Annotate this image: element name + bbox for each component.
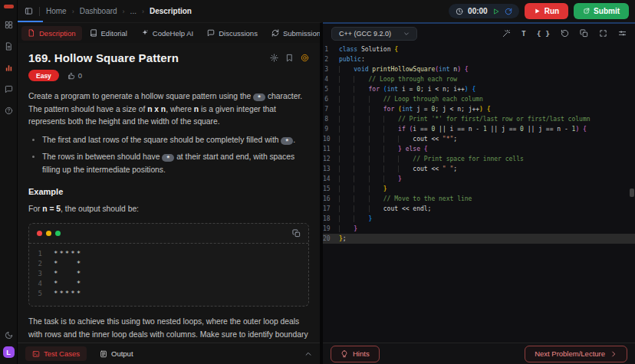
code-line[interactable]: 5 for (int i = 0; i < n; i++) { xyxy=(323,84,635,94)
tab-submissions[interactable]: Submissions xyxy=(265,26,320,41)
text-size-icon[interactable]: T xyxy=(521,29,526,38)
submit-button[interactable]: Submit xyxy=(574,3,629,19)
app-logo[interactable] xyxy=(4,5,14,8)
code-line[interactable]: 16 // Move to the next line xyxy=(323,194,635,204)
testcases-icon xyxy=(32,350,40,358)
thumbs-up-icon[interactable] xyxy=(67,72,75,80)
run-play-icon xyxy=(534,8,541,15)
code-line[interactable]: 1class Solution { xyxy=(323,44,635,54)
timer-start-icon[interactable] xyxy=(492,8,500,15)
gear-icon[interactable] xyxy=(270,54,278,62)
breadcrumb-item[interactable]: Dashboard xyxy=(80,7,117,15)
code-line[interactable]: 15 } xyxy=(323,184,635,194)
hints-button[interactable]: Hints xyxy=(331,346,380,362)
stats-icon[interactable] xyxy=(5,64,13,72)
text-segment: For xyxy=(28,205,42,213)
copy-icon[interactable] xyxy=(292,229,301,238)
code-line[interactable]: 11 } else { xyxy=(323,144,635,154)
editor-settings-icon[interactable] xyxy=(618,29,627,38)
code-line[interactable]: 9 if (i == 0 || i == n - 1 || j == 0 || … xyxy=(323,124,635,134)
content-row: DescriptionEditorialCodeHelp AIDiscussio… xyxy=(18,22,635,364)
code-line[interactable]: 2public: xyxy=(323,54,635,64)
theme-toggle-moon-icon[interactable] xyxy=(5,331,13,339)
footer-tab-test-cases[interactable]: Test Cases xyxy=(25,346,87,361)
left-rail: L xyxy=(0,0,18,364)
right-footer: Hints Next Problem/Lecture xyxy=(323,343,635,364)
output-icon xyxy=(100,350,107,358)
coin-icon[interactable] xyxy=(301,54,309,62)
topbar-actions: 00:00 Run Submit xyxy=(449,3,629,19)
braces-format-icon[interactable]: { } xyxy=(537,29,550,38)
app-root: L Home›Dashboard›...›Description 00:00 R… xyxy=(0,0,635,364)
breadcrumb: Home›Dashboard›...›Description xyxy=(46,7,192,15)
rail-bottom: L xyxy=(3,331,15,358)
next-problem-button[interactable]: Next Problem/Lecture xyxy=(525,346,627,362)
tab-codehelp-ai[interactable]: CodeHelp AI xyxy=(135,26,199,41)
copy-code-icon[interactable] xyxy=(580,29,588,38)
breadcrumb-item[interactable]: ... xyxy=(130,7,137,15)
fullscreen-icon[interactable] xyxy=(599,29,607,38)
bookmark-icon[interactable] xyxy=(285,54,294,62)
tab-editorial[interactable]: Editorial xyxy=(84,26,133,41)
code-line[interactable]: 13 cout << " "; xyxy=(323,164,635,174)
terminal-header xyxy=(29,224,308,244)
requirement-item: The rows in between should have * at the… xyxy=(42,151,309,176)
rail-nav xyxy=(5,21,13,115)
terminal-body: 1*****2* *3* *4* *5***** xyxy=(29,244,308,306)
language-select[interactable]: C++ (GCC 9.2.0) xyxy=(331,27,417,41)
reset-code-icon[interactable] xyxy=(561,29,569,38)
language-label: C++ (GCC 9.2.0) xyxy=(339,30,391,38)
code-line[interactable]: 3 void printHollowSquare(int n) { xyxy=(323,64,635,74)
collapse-panel-icon[interactable] xyxy=(304,350,312,358)
format-wand-icon[interactable] xyxy=(502,29,511,38)
dashboard-icon[interactable] xyxy=(5,21,13,29)
code-line[interactable]: 12 // Print space for inner cells xyxy=(323,154,635,164)
help-icon[interactable] xyxy=(5,107,13,115)
breadcrumb-separator: › xyxy=(123,8,125,15)
run-button[interactable]: Run xyxy=(525,3,568,19)
code-line[interactable]: 20}; xyxy=(323,234,635,244)
tab-discussions[interactable]: Discussions xyxy=(201,26,264,41)
footer-tab-output[interactable]: Output xyxy=(93,346,140,361)
sidebar-toggle-icon[interactable] xyxy=(25,7,33,15)
code-line[interactable]: 19 } xyxy=(323,224,635,234)
documents-icon[interactable] xyxy=(5,42,13,51)
breadcrumb-separator: › xyxy=(72,8,74,15)
problem-title: 169. Hollow Square Pattern xyxy=(28,51,179,64)
terminal-line: 2* * xyxy=(29,259,308,269)
chat-icon xyxy=(207,29,215,37)
code-line[interactable]: 8 // Print '*' for first/last row or fir… xyxy=(323,114,635,124)
tab-description[interactable]: Description xyxy=(21,26,82,41)
example-terminal: 1*****2* *3* *4* *5***** xyxy=(28,223,309,307)
submit-arrow-icon xyxy=(583,8,590,15)
code-line[interactable]: 7 for (int j = 0; j < n; j++) { xyxy=(323,104,635,114)
text-segment: n x n xyxy=(147,105,166,113)
likes: 0 xyxy=(67,71,82,80)
code-line[interactable]: 6 // Loop through each column xyxy=(323,94,635,104)
title-icons xyxy=(270,51,309,62)
user-avatar[interactable]: L xyxy=(3,346,15,358)
terminal-line: 4* * xyxy=(29,279,308,289)
text-segment: , the output should be: xyxy=(61,205,139,213)
code-line[interactable]: 18 } xyxy=(323,214,635,224)
chevron-right-icon xyxy=(610,350,617,358)
main-area: Home›Dashboard›...›Description 00:00 Run… xyxy=(18,0,635,364)
file-icon xyxy=(28,29,35,37)
terminal-line: 3* * xyxy=(29,269,308,279)
chevron-down-icon xyxy=(403,31,410,37)
breadcrumb-item[interactable]: Home xyxy=(46,7,67,15)
timer-reset-icon[interactable] xyxy=(505,8,512,15)
run-label: Run xyxy=(545,7,559,15)
editor-panel: C++ (GCC 9.2.0) T{ } 1class Solution {2p… xyxy=(323,22,635,364)
breadcrumb-item[interactable]: Description xyxy=(150,7,192,15)
code-line[interactable]: 10 cout << "*"; xyxy=(323,134,635,144)
chat-icon[interactable] xyxy=(5,85,13,93)
editor-toolbar: C++ (GCC 9.2.0) T{ } xyxy=(323,24,635,43)
code-line[interactable]: 17 cout << endl; xyxy=(323,204,635,214)
divider xyxy=(39,7,40,16)
code-editor[interactable]: 1class Solution {2public:3 void printHol… xyxy=(323,43,635,343)
code-line[interactable]: 4 // Loop through each row xyxy=(323,74,635,84)
editor-scrollbar[interactable] xyxy=(630,189,634,197)
text-segment: , where xyxy=(166,105,194,113)
code-line[interactable]: 14 } xyxy=(323,174,635,184)
